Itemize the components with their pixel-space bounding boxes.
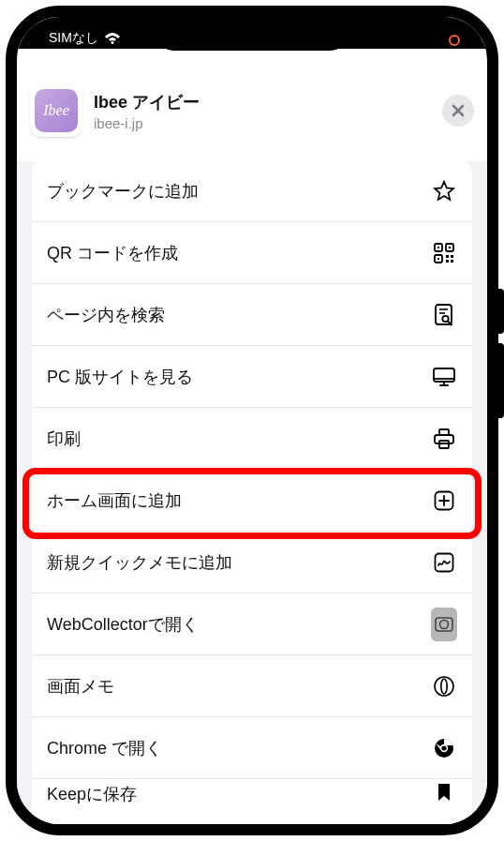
menu-item-label: WebCollectorで開く xyxy=(47,613,431,636)
svg-rect-10 xyxy=(451,260,453,263)
menu-item-label: Chrome で開く xyxy=(47,737,431,759)
app-icon-inner: Ibee xyxy=(35,89,78,132)
phone-frame: SIMなし Ibee Ibee アイビー ibee-i.jp xyxy=(6,6,498,835)
menu-item-print[interactable]: 印刷 xyxy=(32,408,472,470)
menu-item-label: Keepに保存 xyxy=(47,783,431,805)
webcollector-icon xyxy=(431,608,457,641)
desktop-icon xyxy=(431,366,457,388)
menu-item-label: ブックマークに追加 xyxy=(47,180,431,203)
carrier-text: SIMなし xyxy=(49,30,98,47)
menu-list: ブックマークに追加 QR コードを作成 ページ内を検索 PC 版サイトを見る xyxy=(32,161,472,824)
printer-icon xyxy=(431,428,457,450)
menu-item-label: ホーム画面に追加 xyxy=(47,489,431,512)
menu-item-label: 印刷 xyxy=(47,428,431,450)
menu-item-label: QR コードを作成 xyxy=(47,242,431,264)
app-icon: Ibee xyxy=(30,84,82,137)
keep-icon xyxy=(431,783,457,802)
menu-item-add-home[interactable]: ホーム画面に追加 xyxy=(32,470,472,532)
svg-point-29 xyxy=(435,677,453,696)
quicknote-icon xyxy=(431,551,457,574)
svg-rect-4 xyxy=(437,247,439,248)
svg-rect-8 xyxy=(451,255,453,258)
menu-item-label: 新規クイックメモに追加 xyxy=(47,551,431,574)
close-button[interactable] xyxy=(442,95,474,127)
menu-item-qr[interactable]: QR コードを作成 xyxy=(32,222,472,284)
svg-point-0 xyxy=(450,36,459,45)
chrome-icon xyxy=(431,737,457,759)
svg-rect-7 xyxy=(446,255,449,258)
page-search-icon xyxy=(431,303,457,327)
menu-item-webcollector[interactable]: WebCollectorで開く xyxy=(32,593,472,655)
qr-icon xyxy=(431,242,457,264)
menu-item-quicknote[interactable]: 新規クイックメモに追加 xyxy=(32,532,472,593)
svg-rect-6 xyxy=(437,258,439,260)
svg-point-28 xyxy=(440,620,449,628)
menu-item-bookmark[interactable]: ブックマークに追加 xyxy=(32,161,472,222)
svg-rect-9 xyxy=(446,260,449,263)
menu-item-label: 画面メモ xyxy=(47,675,431,698)
recording-indicator-icon xyxy=(448,34,465,47)
svg-rect-22 xyxy=(439,441,449,448)
share-sheet-header: Ibee Ibee アイビー ibee-i.jp xyxy=(17,73,487,154)
menu-item-keep[interactable]: Keepに保存 xyxy=(32,779,472,807)
menu-item-desktop[interactable]: PC 版サイトを見る xyxy=(32,346,472,408)
svg-rect-5 xyxy=(449,247,451,248)
menu-item-label: ページ内を検索 xyxy=(47,304,431,326)
svg-rect-21 xyxy=(439,429,449,435)
svg-rect-26 xyxy=(436,553,453,571)
svg-rect-20 xyxy=(435,435,453,443)
phone-notch xyxy=(154,17,350,51)
close-icon xyxy=(452,104,465,117)
star-icon xyxy=(431,179,457,203)
menu-item-find[interactable]: ページ内を検索 xyxy=(32,284,472,346)
sheet-title: Ibee アイビー xyxy=(94,91,200,113)
share-sheet-menu: ブックマークに追加 QR コードを作成 ページ内を検索 PC 版サイトを見る xyxy=(17,161,487,824)
add-square-icon xyxy=(431,489,457,512)
sheet-subtitle: ibee-i.jp xyxy=(94,115,200,131)
menu-item-label: PC 版サイトを見る xyxy=(47,366,431,388)
wifi-icon xyxy=(104,32,121,45)
svg-point-30 xyxy=(441,679,447,694)
screenmemo-icon xyxy=(431,675,457,698)
menu-item-screenmemo[interactable]: 画面メモ xyxy=(32,655,472,717)
svg-point-33 xyxy=(441,745,446,750)
menu-item-chrome[interactable]: Chrome で開く xyxy=(32,717,472,779)
